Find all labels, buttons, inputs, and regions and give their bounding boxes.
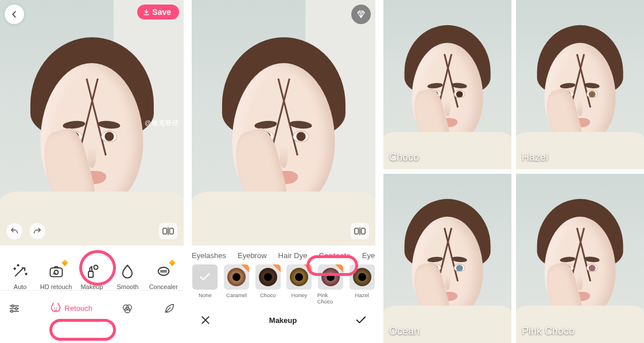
- contact-swatch[interactable]: [350, 264, 375, 290]
- save-button[interactable]: Save: [137, 5, 179, 20]
- tab-eyelashes[interactable]: Eyelashes: [192, 251, 226, 260]
- svg-text:AI: AI: [52, 272, 56, 275]
- contact-swatch[interactable]: [255, 264, 281, 290]
- svg-point-11: [15, 307, 18, 310]
- save-label: Save: [152, 7, 171, 17]
- sample-hazel: Hazel: [516, 0, 644, 169]
- nav-leaf[interactable]: [163, 302, 176, 315]
- tool-concealer[interactable]: Concealer: [146, 262, 181, 290]
- diamond-icon: [356, 9, 366, 20]
- camera-ai-icon: AI: [48, 263, 64, 279]
- compare-button-2[interactable]: [350, 223, 370, 240]
- nav-retouch[interactable]: Retouch: [50, 303, 92, 314]
- contact-label: Choco: [260, 292, 276, 298]
- makeup-tabs[interactable]: Eyelashes Eyebrow Hair Dye Contacts Eye …: [192, 245, 375, 264]
- svg-point-7: [158, 267, 169, 275]
- svg-point-6: [94, 266, 98, 270]
- sample-label: Ocean: [389, 325, 420, 337]
- tab-eye-smiles[interactable]: Eye Smiles: [362, 251, 375, 260]
- footer-title: Makeup: [269, 316, 297, 325]
- download-icon: [143, 9, 150, 15]
- sample-label: Choco: [389, 151, 419, 163]
- compare-icon: [162, 227, 174, 236]
- tool-smooth[interactable]: Smooth: [110, 262, 145, 290]
- cancel-button[interactable]: [200, 314, 211, 326]
- contacts-swatches[interactable]: NoneCaramelChocoHoneyPink ChocoHazel: [192, 264, 375, 305]
- retouch-tools: Auto AI HD retouch Makeup Smooth Conceal…: [0, 245, 184, 290]
- svg-point-12: [11, 310, 13, 312]
- makeup-footer: Makeup: [192, 305, 375, 326]
- leaf-icon: [163, 302, 176, 315]
- sample-label: Hazel: [522, 151, 548, 163]
- contact-label: Honey: [292, 292, 307, 298]
- svg-rect-19: [362, 228, 366, 234]
- contact-none[interactable]: None: [192, 264, 219, 305]
- tool-hd-retouch[interactable]: AI HD retouch: [39, 262, 73, 290]
- droplet-icon: [119, 263, 135, 279]
- back-button[interactable]: [5, 5, 24, 24]
- concealer-icon: [156, 263, 172, 279]
- photo-preview-2: [192, 0, 375, 245]
- redo-icon: [33, 227, 42, 236]
- contact-label: Caramel: [226, 292, 247, 298]
- contact-swatch[interactable]: [224, 264, 249, 290]
- sample-choco: Choco: [383, 0, 511, 169]
- contact-label: None: [199, 292, 212, 298]
- nav-filters[interactable]: [121, 302, 134, 315]
- svg-point-14: [56, 307, 57, 309]
- screen-retouch: Save @迪克呀仔 Auto AI HD retouch Makeup Smo…: [0, 0, 184, 343]
- contact-label: Pink Choco: [317, 292, 344, 305]
- svg-rect-0: [163, 228, 167, 234]
- watermark: @迪克呀仔: [145, 119, 179, 127]
- tab-contacts[interactable]: Contacts: [319, 251, 351, 260]
- tab-eyebrow[interactable]: Eyebrow: [238, 251, 267, 260]
- svg-rect-1: [170, 228, 174, 234]
- compare-button[interactable]: [158, 223, 178, 240]
- sample-ocean: Ocean: [383, 174, 511, 343]
- check-icon: [355, 314, 367, 326]
- nav-sliders[interactable]: [8, 302, 21, 315]
- sliders-icon: [8, 302, 21, 315]
- svg-point-13: [54, 307, 55, 309]
- sample-label: Pink Choco: [522, 325, 575, 337]
- tab-hair-dye[interactable]: Hair Dye: [278, 251, 308, 260]
- premium-button[interactable]: [351, 5, 371, 24]
- screen-makeup-contacts: Eyelashes Eyebrow Hair Dye Contacts Eye …: [192, 0, 375, 343]
- lipstick-icon: [84, 263, 100, 279]
- close-icon: [200, 314, 211, 326]
- contact-caramel[interactable]: Caramel: [223, 264, 250, 305]
- highlight-ring-retouch: [49, 319, 116, 341]
- undo-button[interactable]: [6, 223, 23, 240]
- sample-pink-choco: Pink Choco: [516, 174, 644, 343]
- undo-icon: [10, 227, 19, 236]
- face-icon: [50, 303, 61, 314]
- contact-honey[interactable]: Honey: [286, 264, 313, 305]
- contact-swatch[interactable]: [318, 264, 343, 290]
- svg-rect-5: [88, 271, 93, 278]
- contact-hazel[interactable]: Hazel: [348, 264, 375, 305]
- contact-choco[interactable]: Choco: [254, 264, 281, 305]
- svg-point-10: [11, 305, 14, 307]
- tool-makeup[interactable]: Makeup: [75, 262, 109, 290]
- lens-icon: [353, 268, 371, 286]
- tool-auto[interactable]: Auto: [3, 262, 37, 290]
- compare-icon: [354, 227, 366, 236]
- check-icon: [199, 271, 211, 283]
- contact-swatch[interactable]: [286, 264, 312, 290]
- chevron-left-icon: [10, 10, 18, 18]
- contacts-samples: ChocoHazelOceanPink Choco: [383, 0, 644, 343]
- venn-icon: [121, 302, 134, 315]
- confirm-button[interactable]: [355, 314, 367, 326]
- contact-label: Hazel: [355, 292, 369, 298]
- magic-wand-icon: [12, 263, 28, 279]
- photo-preview: Save @迪克呀仔: [0, 0, 184, 245]
- contact-pink-choco[interactable]: Pink Choco: [317, 264, 344, 305]
- svg-rect-18: [355, 228, 359, 234]
- contact-swatch[interactable]: [192, 264, 218, 290]
- redo-button[interactable]: [29, 223, 46, 240]
- bottom-nav: Retouch: [0, 290, 184, 320]
